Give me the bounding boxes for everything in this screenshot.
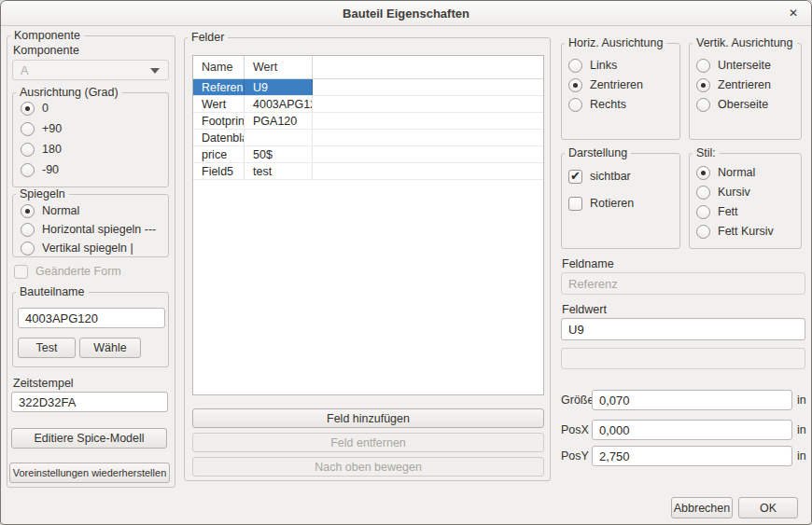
dialog-title: Bauteil Eigenschaften [1,7,811,21]
fields-table[interactable]: Name Wert Referenz U9 Wert 4003APG120 Fo… [192,55,544,395]
mirror-radio-horizontal[interactable]: Horizontal spiegeln --- [21,222,156,237]
timestamp-label: Zeitstempel [13,377,74,390]
unit-select-value: A [21,63,29,77]
visible-checkbox[interactable]: sichtbar [568,169,631,184]
style-radio-italic[interactable]: Kursiv [696,185,750,200]
mirror-radio-vertical[interactable]: Vertikal spiegeln | [21,241,133,256]
table-row-referenz[interactable]: Referenz U9 [193,79,543,96]
fieldvalue-input[interactable]: U9 [561,318,805,340]
converted-shape-checkbox: Geänderte Form [14,264,121,279]
component-properties-dialog: Bauteil Eigenschaften ✕ Komponente Kompo… [0,0,812,525]
vertical-align-group: Vertik. Ausrichtung Unterseite Zentriere… [689,43,802,140]
cancel-button[interactable]: Abbrechen [671,497,733,518]
orientation-radio-0[interactable]: 0 [21,101,49,116]
size-label: Größe [561,394,594,407]
size-input[interactable]: 0,070 [592,390,792,410]
orientation-radio-180[interactable]: 180 [21,142,62,157]
component-group-legend: Komponente [10,29,84,43]
orientation-radio-minus90[interactable]: -90 [21,162,59,177]
close-icon[interactable]: ✕ [786,6,801,21]
halign-radio-center[interactable]: Zentrieren [568,77,643,92]
radio-icon [21,223,35,237]
unit-select-dropdown: A [12,60,169,80]
cell-value: test [245,163,313,179]
cell-filler [313,113,543,129]
radio-icon [568,78,582,92]
chip-name-group-legend: Bauteilname [16,285,89,299]
restore-defaults-button[interactable]: Voreinstellungen wiederherstellen [9,463,170,483]
radio-icon [21,163,35,177]
orientation-radio-90-label: +90 [42,122,62,135]
mirror-group: Spiegeln Normal Horizontal spiegeln --- … [12,194,169,257]
test-button[interactable]: Test [18,338,76,358]
mirror-radio-normal[interactable]: Normal [21,203,79,218]
fields-table-header: Name Wert [193,56,543,79]
fieldname-label: Feldname [562,257,614,270]
chip-name-input[interactable]: 4003APG120 [18,308,165,328]
rotate-label: Rotieren [590,197,634,210]
choose-button[interactable]: Wähle [79,338,141,358]
valign-radio-top[interactable]: Oberseite [696,97,768,112]
edit-spice-model-button[interactable]: Editiere Spice-Modell [11,428,167,449]
cell-name: price [193,146,245,162]
extra-input [561,348,805,369]
valign-top-label: Oberseite [718,98,768,111]
valign-center-label: Zentrieren [718,78,771,91]
posy-input[interactable]: 2,750 [592,446,792,466]
mirror-group-legend: Spiegeln [16,187,69,201]
fieldname-input: Referenz [561,272,805,295]
halign-radio-right[interactable]: Rechts [568,97,626,112]
style-normal-label: Normal [718,166,755,179]
posx-label: PosX [561,423,589,436]
cell-value: PGA120 [245,113,313,129]
table-row-price[interactable]: price 50$ [193,146,543,163]
visible-label: sichtbar [590,170,631,183]
radio-icon [696,78,710,92]
converted-shape-label: Geänderte Form [35,265,121,278]
radio-icon [696,225,710,239]
valign-radio-center[interactable]: Zentrieren [696,77,771,92]
style-group: Stil: Normal Kursiv Fett Fett Kursiv [689,153,802,249]
style-italic-label: Kursiv [718,186,750,199]
timestamp-input[interactable]: 322D32FA [11,392,168,412]
style-bold-label: Fett [718,205,738,218]
cell-value: 4003APG120 [245,96,313,112]
table-row-footprint[interactable]: Footprint PGA120 [193,113,543,130]
style-radio-bold-italic[interactable]: Fett Kursiv [696,224,774,239]
cell-value [245,130,313,145]
radio-icon [21,122,35,136]
column-header-name: Name [193,56,245,78]
cell-filler [313,130,543,145]
chip-name-group: Bauteilname 4003APG120 Test Wähle [12,292,169,367]
cell-filler [313,79,543,95]
add-field-button[interactable]: Feld hinzufügen [192,408,544,428]
halign-radio-left[interactable]: Links [568,58,617,73]
table-row-field5[interactable]: Field5 test [193,163,543,180]
fields-group: Felder Name Wert Referenz U9 Wert 4003AP… [184,37,551,481]
cell-value: U9 [245,79,313,95]
orientation-radio-0-label: 0 [42,102,49,115]
size-unit: in [797,394,806,407]
cell-value: 50$ [245,146,313,162]
rotate-checkbox[interactable]: Rotieren [568,196,634,211]
radio-icon [21,143,35,157]
checkbox-icon [14,265,28,279]
orientation-radio-minus90-label: -90 [42,163,59,176]
style-radio-normal[interactable]: Normal [696,165,755,180]
style-radio-bold[interactable]: Fett [696,204,738,219]
checkbox-icon [568,197,582,211]
radio-icon [696,205,710,219]
posx-unit: in [797,423,806,436]
posx-input[interactable]: 0,000 [592,420,792,440]
orientation-radio-90[interactable]: +90 [21,121,62,136]
valign-bottom-label: Unterseite [718,59,771,72]
ok-button[interactable]: OK [738,497,798,518]
posy-label: PosY [561,449,589,463]
valign-radio-bottom[interactable]: Unterseite [696,58,771,73]
table-row-datenblatt[interactable]: Datenblatt [193,130,543,146]
remove-field-button: Feld entfernen [192,433,544,452]
cell-name: Field5 [193,163,245,179]
table-row-wert[interactable]: Wert 4003APG120 [193,96,543,113]
mirror-radio-horizontal-label: Horizontal spiegeln --- [42,223,156,236]
radio-icon [696,59,710,73]
